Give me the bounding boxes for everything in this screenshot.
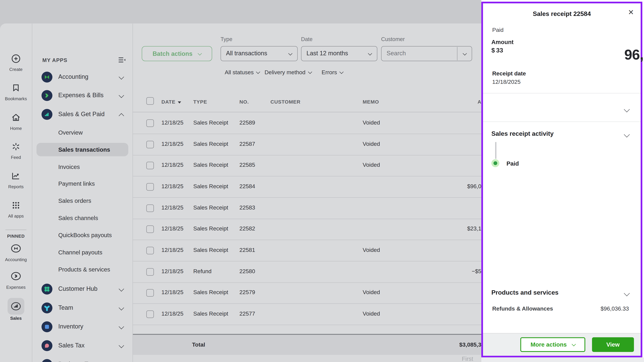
rail-pinned-accounting[interactable]: Accounting	[0, 243, 32, 262]
row-checkbox[interactable]	[146, 183, 154, 191]
sidebar-item-business-tax[interactable]: Business Tax	[32, 357, 133, 362]
rail-pinned-sales-active-tile[interactable]	[8, 298, 24, 315]
total-amount: $3,085,3	[459, 342, 481, 348]
inventory-app-icon	[42, 322, 52, 334]
chevron-up-icon	[119, 113, 124, 118]
row-checkbox[interactable]	[146, 119, 154, 127]
panel-footer: More actions View	[483, 333, 641, 356]
row-checkbox[interactable]	[146, 162, 154, 169]
table-row[interactable]: 12/18/25 Sales Receipt 22579 Voided	[133, 282, 482, 304]
table-header: DATE TYPE NO. CUSTOMER MEMO AMOUNT	[133, 95, 482, 112]
row-checkbox[interactable]	[146, 141, 154, 148]
column-header-memo[interactable]: MEMO	[363, 99, 379, 105]
table-row[interactable]: 12/18/25 Sales Receipt 22577 Voided	[133, 303, 482, 325]
table-row[interactable]: 12/18/25 Sales Receipt 22589 Voided	[133, 112, 482, 134]
pinned-heading: PINNED	[0, 233, 32, 239]
type-filter-label: Type	[220, 36, 232, 42]
table-total-row: Total $3,085,3	[133, 334, 482, 355]
sidebar-subitem-overview[interactable]: Overview	[58, 126, 83, 139]
row-checkbox[interactable]	[146, 289, 154, 297]
sidebar-subitem-sales-channels[interactable]: Sales channels	[58, 211, 98, 225]
sidebar-subitem-sales-orders[interactable]: Sales orders	[58, 194, 91, 207]
table-row[interactable]: 12/18/25 Refund 22580 −$5	[133, 261, 482, 283]
rail-item-bookmarks[interactable]: Bookmarks	[0, 83, 32, 101]
app-viewport: Create Bookmarks Home	[0, 0, 644, 362]
pagination-first-button[interactable]: First	[446, 355, 482, 362]
column-header-amount[interactable]: AMOUNT	[478, 99, 482, 105]
type-filter-dropdown[interactable]: All transactions	[220, 46, 298, 61]
row-checkbox[interactable]	[146, 225, 154, 233]
customer-search-placeholder: Search	[386, 50, 406, 57]
rail-item-label: Reports	[0, 184, 32, 189]
table-row[interactable]: 12/18/25 Sales Receipt 22587 Voided	[133, 134, 482, 156]
more-actions-button[interactable]: More actions	[520, 337, 586, 352]
sidebar-subitem-channel-payouts[interactable]: Channel payouts	[58, 246, 102, 259]
product-item-amount: $96,036.33	[600, 306, 629, 312]
chevron-down-icon	[198, 51, 202, 55]
dimmed-app-background: Create Bookmarks Home	[0, 0, 481, 362]
sidebar-item-accounting[interactable]: Accounting	[32, 69, 133, 85]
panel-title: Sales receipt 22584	[500, 10, 624, 17]
rail-item-reports[interactable]: Reports	[0, 171, 32, 189]
below-panel-strip	[481, 358, 644, 362]
table-row[interactable]: 12/18/25 Sales Receipt 22583	[133, 197, 482, 219]
date-filter-label: Date	[301, 36, 312, 42]
rail-item-label: Feed	[0, 155, 32, 160]
batch-actions-button[interactable]: Batch actions	[142, 46, 212, 61]
sidebar-item-inventory[interactable]: Inventory	[32, 319, 133, 334]
all-statuses-filter[interactable]: All statuses	[225, 69, 260, 77]
collapse-sidebar-icon[interactable]	[118, 57, 126, 65]
rail-pinned-expenses[interactable]: Expenses	[0, 271, 32, 290]
sidebar-subitem-invoices[interactable]: Invoices	[58, 160, 80, 173]
rail-item-label: All apps	[0, 213, 32, 218]
errors-filter[interactable]: Errors	[322, 69, 343, 77]
collapsed-section-chevron-icon[interactable]	[624, 106, 630, 112]
sidebar-item-customer-hub[interactable]: Customer Hub	[32, 282, 133, 297]
rail-item-all-apps[interactable]: All apps	[0, 200, 32, 218]
column-header-no[interactable]: NO.	[240, 99, 249, 105]
sidebar-item-team[interactable]: Team	[32, 301, 133, 316]
rail-item-create[interactable]: Create	[0, 54, 32, 72]
business-tax-app-icon	[42, 359, 52, 362]
sidebar-item-expenses-bills[interactable]: Expenses & Bills	[32, 88, 133, 103]
sidebar-subitem-quickbooks-payouts[interactable]: QuickBooks payouts	[58, 228, 112, 242]
table-row-selected[interactable]: 12/18/25 Sales Receipt 22584 $96,0	[133, 176, 482, 198]
rail-item-label: Home	[0, 126, 32, 131]
close-icon[interactable]: ✕	[628, 9, 634, 16]
timeline-paid-dot	[492, 159, 500, 167]
row-checkbox[interactable]	[146, 311, 154, 318]
column-header-type[interactable]: TYPE	[193, 99, 207, 105]
sidebar-item-sales-get-paid[interactable]: Sales & Get Paid	[32, 107, 133, 122]
rail-item-feed[interactable]: Feed	[0, 142, 32, 160]
chevron-down-icon	[368, 51, 372, 55]
row-checkbox[interactable]	[146, 247, 154, 254]
column-header-date[interactable]: DATE	[162, 99, 181, 105]
sidebar-item-sales-tax[interactable]: Sales Tax	[32, 338, 133, 353]
view-button[interactable]: View	[592, 337, 634, 352]
amount-value: $96,03633	[492, 46, 503, 63]
chevron-down-icon[interactable]	[624, 290, 630, 296]
date-filter-dropdown[interactable]: Last 12 months	[301, 46, 377, 61]
sales-get-paid-app-icon	[42, 109, 52, 121]
table-row[interactable]: 12/18/25 Sales Receipt 22585 Voided	[133, 155, 482, 176]
customer-search-combobox[interactable]: Search	[381, 46, 472, 61]
table-row[interactable]: 12/18/25 Sales Receipt 22582 $23,1	[133, 218, 482, 240]
row-checkbox[interactable]	[146, 204, 154, 212]
rail-item-label: Bookmarks	[0, 96, 32, 101]
accounting-app-icon	[42, 72, 52, 84]
sidebar-subitem-payment-links[interactable]: Payment links	[58, 177, 95, 190]
chevron-down-icon[interactable]	[624, 132, 630, 137]
sidebar-subitem-products-services[interactable]: Products & services	[58, 263, 110, 276]
rail-item-home[interactable]: Home	[0, 113, 32, 131]
timeline-line	[495, 142, 496, 159]
select-all-checkbox[interactable]	[146, 97, 154, 105]
rail-divider	[6, 230, 26, 230]
delivery-method-filter[interactable]: Delivery method	[265, 69, 312, 77]
row-checkbox[interactable]	[146, 268, 154, 276]
column-header-customer[interactable]: CUSTOMER	[270, 99, 300, 105]
sidebar-subitem-sales-transactions-active[interactable]: Sales transactions	[36, 143, 128, 156]
sales-transactions-main: Batch actions Type All transactions Date…	[133, 23, 482, 362]
sidebar: MY APPS Accounting Expenses & Bill	[32, 23, 133, 362]
table-row[interactable]: 12/18/25 Sales Receipt 22581 Voided	[133, 240, 482, 261]
timeline-paid-label: Paid	[506, 160, 519, 167]
